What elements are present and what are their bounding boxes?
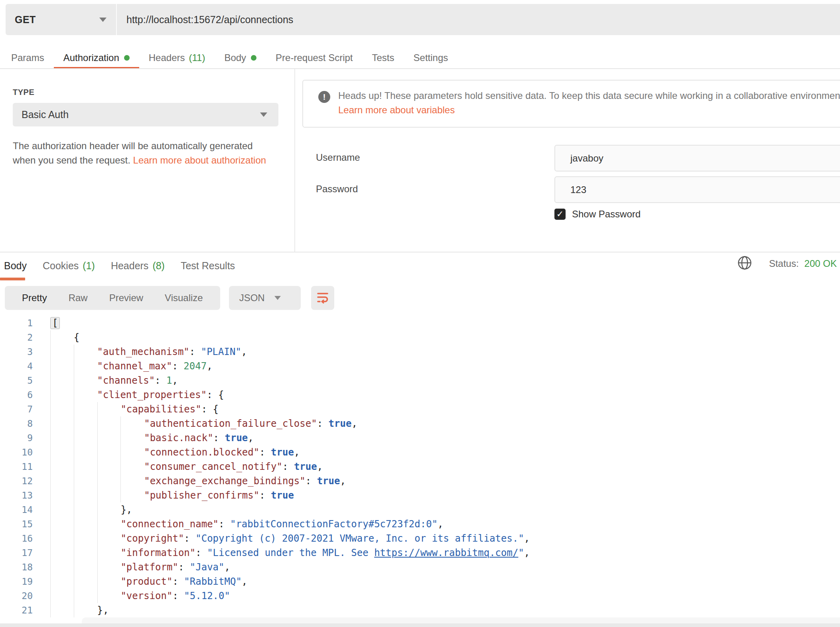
- warning-text: Heads up! These parameters hold sensitiv…: [338, 90, 840, 101]
- learn-more-variables-link[interactable]: Learn more about variables: [338, 104, 455, 116]
- indent-guide: [74, 445, 97, 459]
- indent-guide: [74, 359, 97, 373]
- code-line: 15"connection_name": "rabbitConnectionFa…: [0, 517, 840, 531]
- rabbitmq-url-link[interactable]: https://www.rabbitmq.com/: [374, 547, 518, 558]
- username-field[interactable]: javaboy: [554, 145, 840, 172]
- format-dropdown[interactable]: JSON: [229, 286, 301, 310]
- code-line: 8"authentication_failure_close": true,: [0, 416, 840, 431]
- tab-authorization[interactable]: Authorization: [54, 46, 139, 69]
- token-punc: ,: [524, 533, 530, 544]
- password-label: Password: [316, 183, 358, 195]
- method-dropdown[interactable]: GET: [6, 4, 116, 35]
- token-punc: :: [213, 432, 225, 444]
- code-line: 11"consumer_cancel_notify": true,: [0, 459, 840, 474]
- token-key: "connection_name": [120, 519, 219, 530]
- line-number: 20: [0, 591, 33, 601]
- indent-guide: [50, 359, 74, 373]
- globe-icon[interactable]: [737, 255, 752, 272]
- token-punc: :: [155, 375, 166, 386]
- code-line: 6"client_properties": {: [0, 388, 840, 402]
- response-tab-test-results[interactable]: Test Results: [173, 252, 243, 279]
- view-mode-preview[interactable]: Preview: [99, 292, 154, 304]
- token-punc: ,: [241, 346, 247, 357]
- code-line: 18"platform": "Java",: [0, 560, 840, 574]
- token-punc: ,: [294, 447, 300, 458]
- view-mode-raw[interactable]: Raw: [58, 292, 99, 304]
- token-punc: : {: [207, 389, 224, 400]
- code-line: 10"connection.blocked": true,: [0, 445, 840, 459]
- url-input[interactable]: http://localhost:15672/api/connections: [117, 4, 840, 35]
- code-text: },: [50, 503, 132, 517]
- tab-params[interactable]: Params: [2, 46, 54, 69]
- response-tab-cookies[interactable]: Cookies(1): [35, 252, 103, 279]
- token-punc: ,: [438, 519, 443, 530]
- auth-type-select[interactable]: Basic Auth: [13, 103, 278, 126]
- learn-more-authorization-link[interactable]: Learn more about authorization: [133, 155, 266, 166]
- indent-guide: [50, 517, 74, 531]
- tab-pre-request-script[interactable]: Pre-request Script: [266, 46, 362, 69]
- token-punc: : {: [201, 404, 219, 415]
- chevron-down-icon: [274, 296, 281, 300]
- response-tabs: BodyCookies(1)Headers(8)Test Results: [0, 252, 243, 279]
- code-text: [: [50, 316, 60, 330]
- response-body-editor: 1[2{3"auth_mechanism": "PLAIN",4"channel…: [0, 316, 840, 617]
- token-str: "Java": [190, 562, 225, 573]
- view-mode-pretty[interactable]: Pretty: [11, 292, 58, 304]
- tab-label: Params: [11, 52, 44, 63]
- indent-guide: [120, 416, 144, 431]
- indent-guide: [50, 474, 74, 488]
- indent-guide: [97, 546, 121, 560]
- token-num: 2047: [183, 361, 207, 372]
- indent-guide: [97, 488, 121, 503]
- token-key: "platform": [120, 562, 178, 573]
- response-tab-headers[interactable]: Headers(8): [103, 252, 173, 279]
- token-key: "authentication_failure_close": [144, 418, 317, 429]
- indent-guide: [50, 459, 74, 474]
- token-str: "RabbitMQ": [184, 576, 242, 587]
- view-mode-visualize[interactable]: Visualize: [154, 292, 214, 304]
- token-punc: ,: [351, 418, 357, 429]
- token-bool: true: [225, 432, 248, 444]
- tab-settings[interactable]: Settings: [404, 46, 458, 69]
- tab-label: Body: [224, 52, 246, 63]
- code-text: "product": "RabbitMQ",: [50, 574, 247, 589]
- indent-guide: [74, 431, 97, 445]
- tab-tests[interactable]: Tests: [363, 46, 404, 69]
- line-number: 9: [0, 433, 33, 443]
- indent-guide: [50, 503, 74, 517]
- code-text: "consumer_cancel_notify": true,: [50, 459, 323, 474]
- indent-guide: [50, 574, 74, 589]
- token-bool: true: [329, 418, 352, 429]
- show-password-label: Show Password: [572, 209, 641, 220]
- indent-guide: [50, 531, 74, 546]
- token-hl: [: [50, 317, 60, 329]
- chevron-down-icon: [99, 18, 106, 22]
- password-field[interactable]: 123: [554, 176, 840, 203]
- token-key: "client_properties": [97, 389, 207, 400]
- line-number: 12: [0, 476, 33, 486]
- tab-body[interactable]: Body: [215, 46, 266, 69]
- token-punc: ,: [207, 361, 212, 372]
- indent-guide: [97, 474, 121, 488]
- indent-guide: [50, 589, 74, 603]
- code-text: "version": "5.12.0": [50, 589, 230, 603]
- indent-guide: [74, 373, 97, 388]
- show-password-checkbox[interactable]: ✓: [554, 209, 566, 220]
- indent-guide: [97, 459, 121, 474]
- tab-label: Tests: [372, 52, 394, 63]
- token-punc: :: [259, 447, 271, 458]
- tab-headers[interactable]: Headers(11): [139, 46, 215, 69]
- wrap-text-button[interactable]: [311, 286, 334, 310]
- scrollbar-track[interactable]: [0, 623, 840, 627]
- indent-guide: [120, 474, 144, 488]
- tab-label: Authorization: [63, 52, 119, 63]
- show-password-row: ✓ Show Password: [554, 209, 641, 220]
- token-punc: :: [178, 562, 190, 573]
- line-number: 6: [0, 390, 33, 400]
- token-str: "5.12.0": [184, 590, 230, 601]
- token-punc: :: [184, 533, 195, 544]
- code-line: 9"basic.nack": true,: [0, 431, 840, 445]
- response-tab-body[interactable]: Body: [0, 252, 35, 279]
- indent-guide: [74, 603, 97, 617]
- token-punc: ,: [317, 461, 323, 472]
